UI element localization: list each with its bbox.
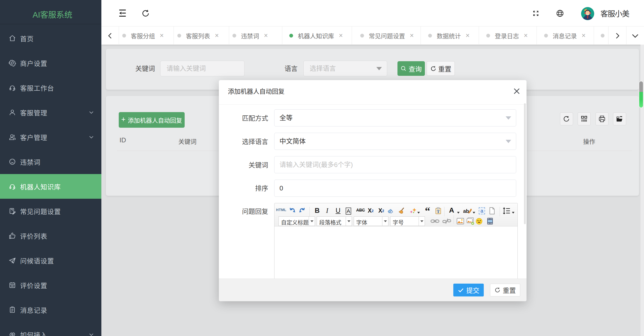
- svg-text:ab: ab: [463, 208, 469, 214]
- svg-text:T: T: [437, 209, 440, 214]
